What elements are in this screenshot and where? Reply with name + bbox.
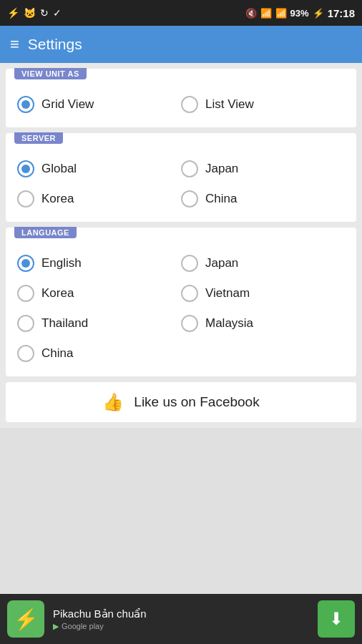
ad-subtitle-text: Google play	[62, 622, 104, 630]
korea-server-label: Korea	[41, 192, 74, 206]
language-label: LANGUAGE	[14, 227, 77, 238]
vietnam-label: Vietnam	[205, 286, 250, 301]
battery-percent: 93%	[290, 8, 309, 19]
thailand-option[interactable]: Thailand	[17, 311, 181, 336]
page-title: Settings	[28, 36, 82, 53]
status-left: ⚡ 🐱 ↻ ✓	[7, 7, 62, 19]
view-unit-label: VIEW UNIT AS	[14, 68, 87, 79]
list-view-radio[interactable]	[181, 96, 198, 113]
vietnam-option[interactable]: Vietnam	[181, 280, 345, 306]
thumbs-up-icon: 👍	[102, 392, 124, 412]
english-label: English	[41, 256, 82, 270]
vietnam-radio[interactable]	[181, 285, 198, 302]
signal-icon: 📶	[275, 8, 287, 19]
ad-text-block: Pikachu Bản chuẩn ▶ Google play	[53, 608, 309, 631]
korea-lang-label: Korea	[41, 286, 74, 301]
ad-download-button[interactable]: ⬇	[318, 600, 355, 638]
server-group: Global Japan Korea China	[17, 156, 345, 212]
japan-lang-radio[interactable]	[181, 255, 198, 272]
global-label: Global	[41, 162, 77, 176]
english-radio[interactable]	[17, 255, 34, 272]
korea-lang-option[interactable]: Korea	[17, 280, 181, 306]
china-server-radio[interactable]	[181, 190, 198, 208]
malaysia-label: Malaysia	[205, 316, 253, 331]
china-lang-radio[interactable]	[17, 345, 34, 362]
mute-icon: 🔇	[245, 8, 257, 19]
view-unit-card: VIEW UNIT AS Grid View List View	[6, 69, 356, 127]
global-option[interactable]: Global	[17, 156, 181, 182]
view-unit-group: Grid View List View	[17, 92, 345, 117]
app-icon: 🐱	[24, 7, 36, 19]
app-bar: ≡ Settings	[0, 26, 362, 63]
settings-content: VIEW UNIT AS Grid View List View SERVER …	[0, 63, 362, 428]
grid-view-label: Grid View	[41, 97, 94, 112]
language-group: English Japan Korea Vietnam Thailand Mal…	[17, 250, 345, 366]
ad-subtitle: ▶ Google play	[53, 622, 309, 631]
ad-title: Pikachu Bản chuẩn	[53, 608, 309, 620]
japan-server-radio[interactable]	[181, 160, 198, 177]
malaysia-radio[interactable]	[181, 315, 198, 332]
download-icon: ⬇	[329, 609, 343, 629]
japan-lang-label: Japan	[205, 256, 238, 270]
thailand-radio[interactable]	[17, 315, 34, 332]
list-view-label: List View	[205, 97, 254, 112]
china-server-label: China	[205, 192, 237, 206]
server-label: SERVER	[14, 132, 63, 144]
server-card: SERVER Global Japan Korea China	[6, 133, 356, 222]
check-icon: ✓	[53, 7, 62, 19]
china-lang-label: China	[41, 346, 73, 361]
wifi-icon: 📶	[260, 8, 272, 19]
malaysia-option[interactable]: Malaysia	[181, 311, 345, 336]
thailand-label: Thailand	[41, 316, 88, 331]
hamburger-icon[interactable]: ≡	[10, 36, 19, 52]
english-option[interactable]: English	[17, 250, 181, 276]
facebook-button[interactable]: 👍 Like us on Facebook	[6, 382, 356, 422]
grid-view-option[interactable]: Grid View	[17, 92, 181, 117]
refresh-icon: ↻	[40, 7, 49, 19]
korea-server-option[interactable]: Korea	[17, 186, 181, 212]
language-card: LANGUAGE English Japan Korea Vietnam Tha…	[6, 228, 356, 376]
japan-lang-option[interactable]: Japan	[181, 250, 345, 276]
battery-icon: ⚡	[313, 8, 324, 19]
china-server-option[interactable]: China	[181, 186, 345, 212]
time-display: 17:18	[328, 7, 355, 19]
global-radio[interactable]	[17, 160, 34, 177]
list-view-option[interactable]: List View	[181, 92, 345, 117]
korea-lang-radio[interactable]	[17, 285, 34, 302]
facebook-btn-label: Like us on Facebook	[134, 394, 259, 410]
china-lang-option[interactable]: China	[17, 341, 181, 366]
google-play-icon: ▶	[53, 622, 59, 631]
korea-server-radio[interactable]	[17, 190, 34, 208]
usb-icon: ⚡	[7, 7, 19, 19]
grid-view-radio[interactable]	[17, 96, 34, 113]
status-right: 🔇 📶 📶 93% ⚡ 17:18	[245, 7, 355, 19]
japan-server-label: Japan	[205, 162, 238, 176]
status-bar: ⚡ 🐱 ↻ ✓ 🔇 📶 📶 93% ⚡ 17:18	[0, 0, 362, 26]
ad-banner: ⚡ Pikachu Bản chuẩn ▶ Google play ⬇	[0, 594, 362, 644]
japan-server-option[interactable]: Japan	[181, 156, 345, 182]
ad-app-icon: ⚡	[7, 600, 44, 638]
ad-pikachu-icon: ⚡	[14, 608, 39, 631]
